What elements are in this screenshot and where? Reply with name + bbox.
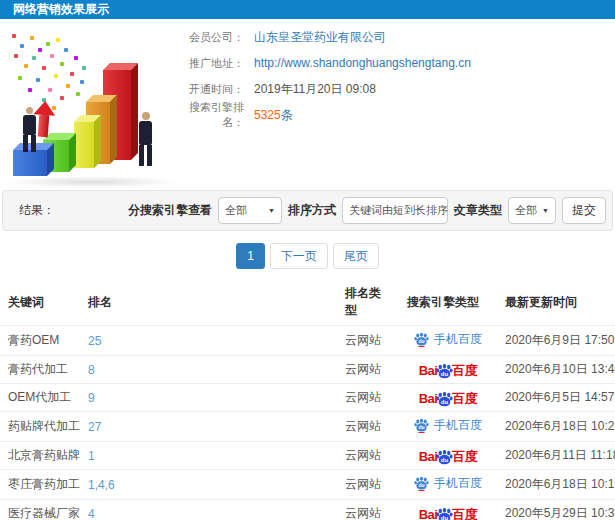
next-page-button[interactable]: 下一页	[270, 243, 328, 269]
chevron-down-icon: ▼	[542, 207, 549, 214]
promo-url-label: 推广地址：	[178, 56, 244, 71]
keyword-cell: 枣庄膏药加工	[0, 470, 80, 500]
sort-select[interactable]: 关键词由短到长排序 ▼	[342, 197, 448, 224]
businessman-figure-right	[139, 112, 152, 166]
svg-text:du: du	[441, 399, 449, 405]
ranking-count-value: 5325	[254, 108, 281, 122]
baidu-paw-icon: du	[436, 507, 453, 520]
column-header-rank: 排名	[80, 278, 337, 326]
baidu-paw-icon: du	[436, 449, 453, 466]
svg-text:du: du	[441, 457, 449, 463]
sort-selected-value: 关键词由短到长排序	[349, 203, 448, 218]
baidu-logo-prefix: Bai	[419, 364, 438, 377]
time-cell: 2020年6月11日 11:18	[497, 442, 615, 470]
baidu-logo-prefix: Bai	[419, 450, 438, 463]
baidu-logo-prefix: Bai	[419, 508, 438, 520]
page-button-current[interactable]: 1	[236, 243, 265, 269]
chart-bar-blue	[13, 150, 47, 176]
rank-type-cell: 云网站	[337, 412, 399, 442]
engine-type-cell: du 手机百度	[399, 470, 497, 500]
time-cell: 2020年6月18日 10:25	[497, 412, 615, 442]
baidu-logo-suffix: 百度	[452, 508, 477, 520]
rank-type-cell: 云网站	[337, 384, 399, 412]
member-company-link[interactable]: 山东皇圣堂药业有限公司	[254, 29, 386, 46]
results-table: 关键词 排名 排名类型 搜索引擎类型 最新更新时间 膏药OEM 25 云网站 d…	[0, 278, 615, 520]
svg-text:du: du	[418, 338, 424, 344]
filter-bar: 结果： 分搜索引擎查看 全部 ▼ 排序方式 关键词由短到长排序 ▼ 文章类型 全…	[2, 190, 613, 231]
rank-type-cell: 云网站	[337, 442, 399, 470]
table-row: 膏药代加工 8 云网站 Bai du 百度 2020年6月10日 13:40	[0, 356, 615, 384]
svg-text:du: du	[441, 371, 449, 377]
field-ranking-count: 搜索引擎排名： 5325条	[178, 108, 471, 122]
rank-type-cell: 云网站	[337, 470, 399, 500]
rank-link[interactable]: 9	[88, 391, 95, 405]
keyword-cell: 医疗器械厂家	[0, 500, 80, 520]
field-member-company: 会员公司： 山东皇圣堂药业有限公司	[178, 30, 471, 44]
ground-shadow	[6, 176, 178, 188]
promo-url-link[interactable]: http://www.shandonghuangshengtang.cn	[254, 56, 471, 70]
sort-label: 排序方式	[288, 202, 336, 219]
rank-link[interactable]: 1,4,6	[88, 478, 115, 492]
rank-type-cell: 云网站	[337, 356, 399, 384]
table-header-row: 关键词 排名 排名类型 搜索引擎类型 最新更新时间	[0, 278, 615, 326]
mobile-baidu-label: 手机百度	[434, 475, 482, 492]
article-type-selected-value: 全部	[515, 203, 537, 218]
svg-text:du: du	[418, 424, 424, 430]
engine-type-cell: Bai du 百度	[399, 500, 497, 520]
rank-link[interactable]: 25	[88, 334, 101, 348]
chart-bar-yellow	[74, 122, 94, 168]
confetti-dots-decoration	[12, 34, 16, 38]
field-promo-url: 推广地址： http://www.shandonghuangshengtang.…	[178, 56, 471, 70]
rank-link[interactable]: 27	[88, 420, 101, 434]
page: { "header": { "title": "网络营销效果展示" }, "in…	[0, 0, 615, 520]
baidu-paw-icon: du	[436, 391, 453, 408]
rank-link[interactable]: 1	[88, 449, 95, 463]
engine-type-cell: Bai du 百度	[399, 442, 497, 470]
engine-type-cell: du 手机百度	[399, 326, 497, 356]
time-cell: 2020年6月5日 14:57	[497, 384, 615, 412]
mobile-baidu-badge: du 手机百度	[414, 475, 482, 492]
baidu-logo-prefix: Bai	[419, 392, 438, 405]
rank-link[interactable]: 4	[88, 507, 95, 520]
red-up-arrow-icon	[32, 100, 56, 137]
engine-type-cell: du 手机百度	[399, 412, 497, 442]
keyword-cell: OEM代加工	[0, 384, 80, 412]
ranking-count-unit: 条	[281, 108, 293, 122]
chevron-down-icon: ▼	[268, 207, 275, 214]
rank-type-cell: 云网站	[337, 500, 399, 520]
baidu-logo-badge: Bai du 百度	[419, 389, 478, 405]
time-cell: 2020年6月9日 17:50	[497, 326, 615, 356]
last-page-button[interactable]: 尾页	[333, 243, 379, 269]
baidu-logo-suffix: 百度	[452, 450, 477, 463]
engine-filter-select[interactable]: 全部 ▼	[218, 197, 282, 224]
baidu-paw-icon: du	[436, 363, 453, 380]
baidu-logo-badge: Bai du 百度	[419, 447, 478, 463]
time-cell: 2020年6月10日 13:40	[497, 356, 615, 384]
rank-link[interactable]: 8	[88, 363, 95, 377]
company-info-fields: 会员公司： 山东皇圣堂药业有限公司 推广地址： http://www.shand…	[178, 30, 471, 134]
baidu-logo-suffix: 百度	[452, 392, 477, 405]
table-row: 药贴牌代加工 27 云网站 du 手机百度 2020年6月18日 10:25	[0, 412, 615, 442]
baidu-logo-suffix: 百度	[452, 364, 477, 377]
baidu-paw-icon: du	[414, 418, 429, 433]
time-cell: 2020年6月18日 10:19	[497, 470, 615, 500]
mobile-baidu-label: 手机百度	[434, 331, 482, 348]
submit-button[interactable]: 提交	[562, 197, 606, 224]
page-title: 网络营销效果展示	[13, 2, 109, 16]
rank-type-cell: 云网站	[337, 326, 399, 356]
filter-controls: 分搜索引擎查看 全部 ▼ 排序方式 关键词由短到长排序 ▼ 文章类型 全部 ▼ …	[128, 197, 606, 224]
keyword-cell: 膏药OEM	[0, 326, 80, 356]
column-header-keyword: 关键词	[0, 278, 80, 326]
article-type-label: 文章类型	[454, 202, 502, 219]
table-row: 医疗器械厂家 4 云网站 Bai du 百度 2020年5月29日 10:32	[0, 500, 615, 520]
table-row: 枣庄膏药加工 1,4,6 云网站 du 手机百度 2020年6月18日 10:1…	[0, 470, 615, 500]
svg-text:du: du	[418, 482, 424, 488]
engine-filter-label: 分搜索引擎查看	[128, 202, 212, 219]
open-time-value: 2019年11月20日 09:08	[254, 81, 376, 98]
table-row: 膏药OEM 25 云网站 du 手机百度 2020年6月9日 17:50	[0, 326, 615, 356]
column-header-rank-type: 排名类型	[337, 278, 399, 326]
baidu-paw-icon: du	[414, 332, 429, 347]
svg-text:du: du	[441, 515, 449, 520]
result-label: 结果：	[19, 202, 55, 219]
article-type-select[interactable]: 全部 ▼	[508, 197, 556, 224]
